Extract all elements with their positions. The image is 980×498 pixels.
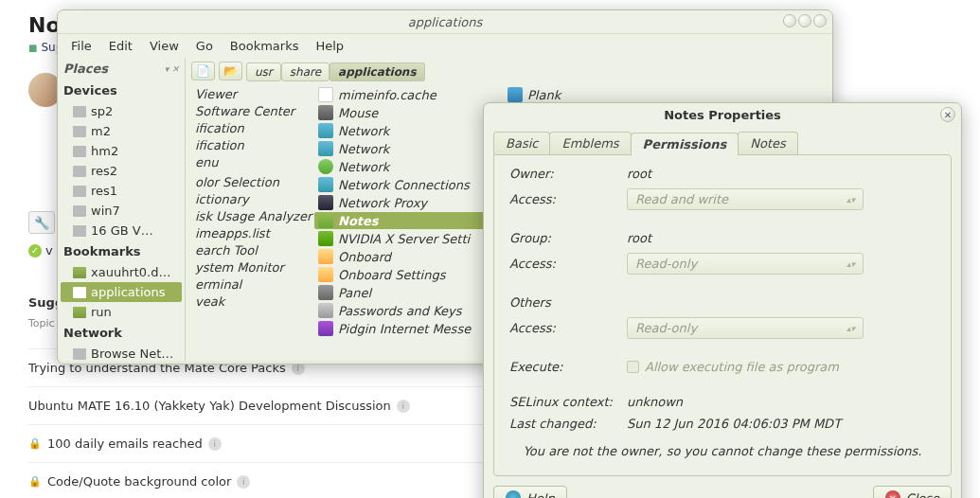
list-item[interactable]: mimeinfo.cache [314,86,494,103]
sidebar-item[interactable]: hm2 [58,141,185,161]
sidebar-item[interactable]: sp2 [58,101,185,121]
list-item[interactable]: isk Usage Analyzer [191,208,305,224]
list-item[interactable]: Panel [314,284,494,301]
sidebar-item[interactable]: xauuhrt0.d… [58,262,185,282]
tab-permissions[interactable]: Permissions [631,133,739,155]
list-item[interactable]: Onboard [314,248,494,265]
list-item[interactable]: Viewer [191,86,305,102]
list-item[interactable]: ystem Monitor [191,259,305,276]
close-button[interactable] [813,14,827,27]
execute-checkbox[interactable] [627,361,639,373]
close-icon[interactable]: ✕ [940,107,955,122]
titlebar[interactable]: applications [58,10,832,33]
menu-view[interactable]: View [142,37,187,55]
item-label: Onboard Settings [338,268,445,282]
sidebar-item[interactable]: res1 [58,181,185,201]
item-label: veak [195,294,224,309]
topic-title: Ubuntu MATE 16.10 (Yakkety Yak) Developm… [28,399,391,413]
app-icon [318,285,333,300]
list-item[interactable]: earch Tool [191,242,305,258]
item-label: Passwords and Keys [338,304,462,318]
menu-bookmarks[interactable]: Bookmarks [223,37,307,55]
menu-edit[interactable]: Edit [101,37,140,55]
drive-icon [73,126,86,137]
owner-access-combo[interactable]: Read and write▴▾ [627,188,864,210]
list-item[interactable]: imeapps.list [191,225,305,241]
menu-go[interactable]: Go [188,37,221,55]
list-item[interactable]: Onboard Settings [314,266,494,283]
others-label: Others [509,295,627,310]
menu-file[interactable]: File [63,37,99,55]
menu-help[interactable]: Help [308,37,351,55]
minimize-button[interactable] [783,14,796,27]
list-item[interactable]: Network [314,122,494,139]
sidebar-category: Devices [58,80,185,101]
forward-button[interactable]: 📂 [219,62,242,80]
list-item[interactable]: Pidgin Internet Messe [314,320,494,337]
titlebar[interactable]: Notes Properties ✕ [484,103,961,126]
sidebar-item[interactable]: res2 [58,161,185,181]
places-header[interactable]: Places▾ ✕ [58,58,185,80]
maximize-button[interactable] [798,14,811,27]
list-item[interactable]: erminal [191,276,305,293]
item-label: imeapps.list [195,226,270,240]
item-label: erminal [195,277,241,292]
selinux-value: unknown [627,395,683,409]
sidebar-item[interactable]: Browse Net… [58,344,185,361]
group-access-combo[interactable]: Read-only▴▾ [627,253,864,275]
changed-label: Last changed: [509,417,627,431]
list-item[interactable]: Network [314,140,494,157]
path-segment[interactable]: applications [330,62,425,81]
sidebar-item[interactable]: applications [61,282,182,302]
list-item[interactable]: Network Proxy [314,194,494,211]
list-item[interactable]: veak [191,293,305,310]
app-icon [508,87,523,102]
sidebar-item[interactable]: 16 GB V… [58,221,185,240]
list-item[interactable]: Network [314,158,494,175]
sidebar-item[interactable]: win7 [58,201,185,221]
item-label: ictionary [195,192,249,206]
list-item[interactable] [191,171,305,173]
list-item[interactable]: ification [191,137,305,153]
sidebar-item-label: res2 [91,164,117,178]
path-segment[interactable]: usr [246,62,281,81]
item-label: Pidgin Internet Messe [338,322,471,336]
app-icon [318,141,333,156]
close-button[interactable]: ✕ Close [873,486,952,498]
list-item[interactable]: Passwords and Keys [314,302,494,319]
item-label: Plank [527,88,561,102]
item-label: Network [338,160,389,174]
list-item[interactable]: Network Connections [314,176,494,193]
list-item[interactable]: ictionary [191,191,305,207]
back-button[interactable]: 📄 [191,62,215,80]
list-item[interactable]: NVIDIA X Server Setti [314,230,494,247]
list-item[interactable]: Plank [504,86,564,103]
sidebar-category: Network [58,322,185,344]
sidebar-item[interactable]: run [58,302,185,322]
sidebar-item-label: xauuhrt0.d… [91,265,170,279]
wrench-button[interactable]: 🔧 [28,211,55,234]
tab-notes[interactable]: Notes [738,132,798,154]
app-icon [318,267,333,282]
sidebar-item[interactable]: m2 [58,121,185,141]
list-item[interactable]: ification [191,120,305,136]
list-item[interactable]: enu [191,154,305,170]
item-label: mimeinfo.cache [338,88,437,102]
others-access-combo[interactable]: Read-only▴▾ [627,317,864,339]
access-label: Access: [509,321,627,335]
path-segment[interactable]: share [281,62,330,81]
item-label: Onboard [338,250,391,264]
help-button[interactable]: Help [493,486,567,498]
window-title: Notes Properties [664,108,781,122]
list-item[interactable]: Mouse [314,104,494,121]
access-label: Access: [509,192,627,206]
owner-label: Owner: [509,167,627,181]
tab-basic[interactable]: Basic [493,132,550,154]
item-label: enu [195,155,218,169]
tab-emblems[interactable]: Emblems [549,132,631,154]
item-label: Panel [338,286,371,300]
list-item[interactable]: olor Selection [191,174,305,190]
info-icon: i [397,400,410,413]
list-item[interactable]: Notes [314,212,494,229]
list-item[interactable]: Software Center [191,103,305,119]
